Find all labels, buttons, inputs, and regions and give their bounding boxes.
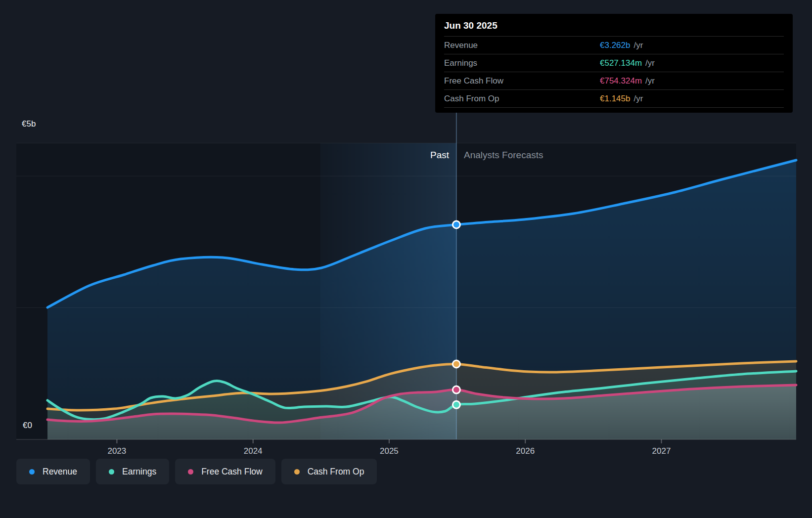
tooltip-row-unit: /yr: [645, 58, 655, 68]
tooltip-row-value: €754.324m: [600, 76, 642, 86]
x-axis-label-2023: 2023: [97, 446, 136, 456]
tooltip-row-revenue: Revenue€3.262b/yr: [444, 37, 784, 54]
legend-item-label: Cash From Op: [308, 467, 364, 477]
earnings-revenue-growth-chart: €5b €0 Past Analysts Forecasts 202320242…: [0, 0, 812, 518]
tooltip-row-label: Free Cash Flow: [444, 76, 600, 86]
x-axis-label-2024: 2024: [233, 446, 273, 456]
tooltip-row-unit: /yr: [633, 94, 643, 104]
free-cash-flow-marker[interactable]: [452, 386, 460, 393]
legend-item-label: Free Cash Flow: [201, 467, 263, 477]
tooltip-row-cash-from-op: Cash From Op€1.145b/yr: [444, 90, 784, 108]
cash-from-op-marker[interactable]: [452, 360, 460, 368]
legend-item-free-cash-flow[interactable]: Free Cash Flow: [175, 459, 275, 484]
legend-item-earnings[interactable]: Earnings: [96, 459, 169, 484]
tooltip-row-value: €3.262b: [600, 41, 630, 50]
tooltip: Jun 30 2025 Revenue€3.262b/yrEarnings€52…: [435, 14, 793, 113]
tooltip-row-label: Earnings: [444, 58, 600, 68]
tooltip-row-label: Cash From Op: [444, 94, 600, 104]
tooltip-rows: Revenue€3.262b/yrEarnings€527.134m/yrFre…: [444, 37, 784, 108]
tooltip-row-free-cash-flow: Free Cash Flow€754.324m/yr: [444, 72, 784, 90]
tooltip-row-value: €527.134m: [600, 58, 642, 68]
tooltip-date: Jun 30 2025: [444, 14, 784, 37]
tooltip-row-label: Revenue: [444, 41, 600, 50]
legend-item-label: Revenue: [43, 467, 77, 477]
earnings-marker[interactable]: [452, 401, 460, 408]
legend-item-label: Earnings: [122, 467, 156, 477]
free-cash-flow-legend-dot-icon: [188, 469, 193, 475]
y-axis-max-label: €5b: [22, 119, 36, 129]
legend-item-revenue[interactable]: Revenue: [16, 459, 90, 484]
tooltip-row-unit: /yr: [645, 76, 655, 86]
x-axis-label-2025: 2025: [369, 446, 409, 456]
tooltip-row-unit: /yr: [633, 41, 643, 50]
revenue-legend-dot-icon: [29, 469, 35, 475]
cash-from-op-legend-dot-icon: [294, 469, 300, 475]
forecast-label: Analysts Forecasts: [464, 150, 543, 161]
revenue-marker[interactable]: [452, 221, 460, 228]
legend: RevenueEarningsFree Cash FlowCash From O…: [16, 459, 377, 484]
earnings-legend-dot-icon: [109, 469, 114, 475]
x-axis-label-2027: 2027: [641, 446, 681, 456]
x-axis-label-2026: 2026: [505, 446, 545, 456]
tooltip-row-value: €1.145b: [600, 94, 630, 104]
legend-item-cash-from-op[interactable]: Cash From Op: [281, 459, 377, 484]
tooltip-row-earnings: Earnings€527.134m/yr: [444, 54, 784, 72]
y-axis-zero-label: €0: [23, 421, 32, 431]
past-label: Past: [430, 150, 449, 161]
